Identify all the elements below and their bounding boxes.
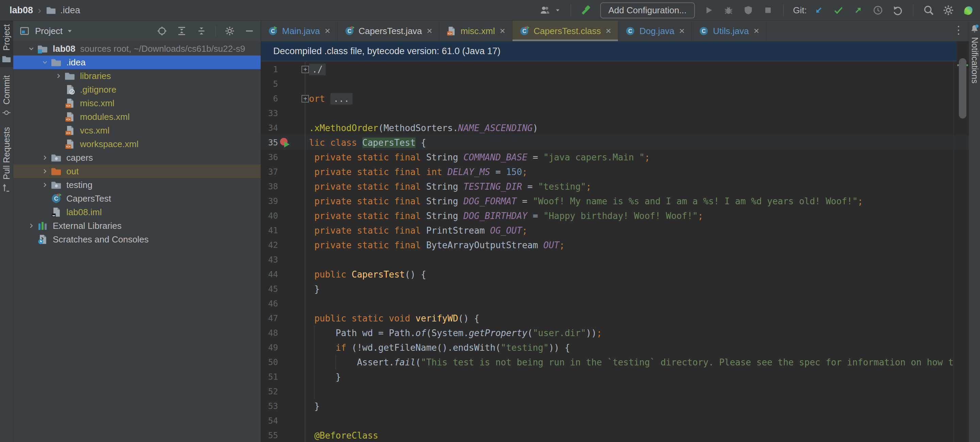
tab-dog-java[interactable]: CDog.java× (618, 21, 692, 41)
line-number[interactable]: 49 (261, 343, 278, 353)
tree-item-lab08-iml[interactable]: lab08.iml (13, 205, 261, 219)
sidebar-tool-project[interactable]: Project (0, 21, 13, 67)
tree-item-testing[interactable]: testing (13, 178, 261, 192)
close-icon[interactable]: × (679, 26, 685, 36)
code-editor[interactable]: 1+./56+ort ...3334.xMethodOrder(MethodSo… (261, 61, 969, 442)
line-number[interactable]: 45 (261, 284, 278, 294)
git-update-icon[interactable] (813, 5, 824, 16)
line-number[interactable]: 46 (261, 299, 278, 308)
tab-options-icon[interactable]: ⋮ (953, 24, 964, 37)
run-icon[interactable] (703, 5, 714, 16)
close-icon[interactable]: × (325, 26, 330, 36)
stop-icon[interactable] (762, 5, 774, 16)
line-number[interactable]: 42 (261, 240, 278, 250)
users-icon[interactable] (539, 5, 551, 16)
git-push-icon[interactable] (853, 5, 864, 16)
locate-crosshair-icon[interactable] (156, 25, 168, 37)
fold-expand-icon[interactable]: + (301, 95, 309, 102)
debug-icon[interactable] (723, 5, 734, 16)
fold-marker[interactable] (293, 369, 305, 384)
build-hammer-icon[interactable] (581, 5, 592, 16)
line-number[interactable]: 35 (261, 138, 278, 147)
line-number[interactable]: 44 (261, 270, 278, 279)
search-icon[interactable] (923, 5, 934, 16)
tree-item-libraries[interactable]: libraries (13, 69, 261, 83)
tab-misc-xml[interactable]: <>misc.xml× (439, 21, 512, 41)
fold-marker[interactable] (293, 282, 305, 296)
tree-item-lab08[interactable]: lab08sources root, ~/Downloads/cs61b/su2… (13, 42, 261, 56)
tab-caperstest-class[interactable]: CCapersTest.class× (512, 21, 618, 41)
tab-utils-java[interactable]: CUtils.java× (692, 21, 766, 41)
tree-item-scratches-and-consoles[interactable]: Scratches and Consoles (13, 233, 261, 246)
chevron-open-icon[interactable] (25, 45, 37, 53)
tab-caperstest-java[interactable]: CCapersTest.java× (337, 21, 440, 41)
fold-marker[interactable] (293, 267, 305, 282)
fold-expand-icon[interactable]: + (301, 66, 309, 73)
line-number[interactable]: 43 (261, 255, 278, 265)
chevron-down-icon[interactable] (66, 27, 73, 35)
line-number[interactable]: 39 (261, 196, 278, 206)
tree-item--gitignore[interactable]: .gitignore (13, 83, 261, 96)
add-configuration-button[interactable]: Add Configuration... (600, 2, 695, 18)
editor-scrollbar[interactable] (959, 58, 966, 118)
line-number[interactable]: 1 (261, 65, 278, 74)
breadcrumb-folder[interactable]: .idea (60, 5, 80, 16)
folded-region[interactable]: ./ (309, 64, 326, 75)
sidebar-tool-notifications[interactable]: Notifications (969, 21, 980, 87)
folded-region[interactable]: ... (331, 93, 353, 105)
fold-marker[interactable]: + (293, 91, 305, 106)
collapse-all-icon[interactable] (176, 25, 188, 37)
fold-marker[interactable] (293, 340, 305, 355)
history-icon[interactable] (872, 5, 884, 16)
fold-marker[interactable]: + (293, 62, 305, 77)
project-panel-title[interactable]: Project (35, 26, 63, 37)
close-icon[interactable]: × (500, 26, 505, 36)
run-test-gutter-icon[interactable] (278, 135, 293, 150)
breadcrumb-project[interactable]: lab08 (10, 5, 33, 16)
tree-item-external-libraries[interactable]: External Libraries (13, 219, 261, 233)
chevron-right-icon[interactable] (53, 72, 64, 80)
git-commit-icon[interactable] (833, 5, 844, 16)
line-number[interactable]: 41 (261, 226, 278, 235)
line-number[interactable]: 50 (261, 357, 278, 367)
close-icon[interactable]: × (606, 26, 611, 36)
line-number[interactable]: 47 (261, 314, 278, 323)
line-number[interactable]: 52 (261, 387, 278, 396)
gear-icon[interactable] (224, 25, 235, 37)
chevron-right-icon[interactable] (39, 168, 51, 175)
ide-logo-icon[interactable] (962, 5, 974, 16)
tree-item-capers[interactable]: capers (13, 151, 261, 164)
chevron-right-icon[interactable] (25, 222, 37, 230)
line-number[interactable]: 55 (261, 431, 278, 440)
line-number[interactable]: 40 (261, 211, 278, 221)
tab-main-java[interactable]: CMain.java× (261, 21, 337, 41)
close-icon[interactable]: × (427, 26, 432, 36)
fold-marker[interactable] (293, 311, 305, 326)
line-number[interactable]: 6 (261, 94, 278, 104)
tree-item-out[interactable]: out (13, 164, 261, 178)
line-number[interactable]: 51 (261, 372, 278, 382)
users-dropdown-icon[interactable] (554, 7, 561, 14)
failed-test-run-icon[interactable] (280, 137, 291, 148)
line-number[interactable]: 53 (261, 402, 278, 411)
chevron-right-icon[interactable] (39, 154, 51, 161)
line-number[interactable]: 37 (261, 167, 278, 177)
line-number[interactable]: 36 (261, 153, 278, 162)
sidebar-tool-commit[interactable]: Commit (0, 72, 13, 121)
line-number[interactable]: 48 (261, 328, 278, 338)
scroll-to-source-icon[interactable] (196, 25, 207, 37)
hide-panel-icon[interactable] (243, 25, 255, 37)
coverage-icon[interactable] (743, 5, 754, 16)
fold-marker[interactable] (293, 399, 305, 413)
project-view-icon[interactable] (19, 25, 30, 37)
chevron-open-icon[interactable] (39, 59, 51, 66)
rollback-icon[interactable] (892, 5, 904, 16)
tree-item-workspace-xml[interactable]: <>workspace.xml (13, 137, 261, 151)
line-number[interactable]: 54 (261, 416, 278, 426)
sidebar-tool-pull-requests[interactable]: Pull Requests (0, 124, 13, 196)
line-number[interactable]: 34 (261, 123, 278, 133)
chevron-right-icon[interactable] (39, 181, 51, 189)
close-icon[interactable]: × (754, 26, 759, 36)
gear-icon[interactable] (943, 5, 954, 16)
tree-item-vcs-xml[interactable]: <>vcs.xml (13, 124, 261, 137)
